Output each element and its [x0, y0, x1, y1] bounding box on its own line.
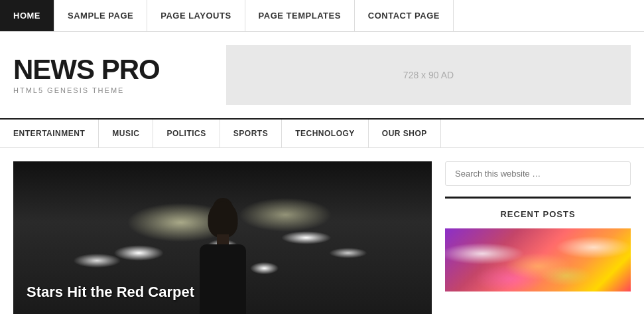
secondary-nav-item-entertainment[interactable]: ENTERTAINMENT	[0, 120, 99, 147]
main-content: Stars Hit the Red Carpet RECENT POSTS	[0, 148, 644, 327]
secondary-navigation: ENTERTAINMENTMUSICPOLITICSSPORTSTECHNOLO…	[0, 120, 644, 148]
secondary-nav-item-sports[interactable]: SPORTS	[220, 120, 282, 147]
top-nav-item-home[interactable]: HOME	[0, 0, 54, 31]
recent-post-thumbnail[interactable]	[445, 228, 631, 291]
site-branding: NEWS PRO HTML5 GENESIS THEME	[13, 56, 160, 94]
top-navigation: HOMESAMPLE PAGEPAGE LAYOUTSPAGE TEMPLATE…	[0, 0, 644, 32]
ad-banner: 728 x 90 AD	[226, 45, 631, 105]
sidebar-divider	[445, 197, 631, 199]
recent-posts-title: RECENT POSTS	[445, 209, 631, 219]
top-nav-item-sample-page[interactable]: SAMPLE PAGE	[54, 0, 147, 31]
featured-article[interactable]: Stars Hit the Red Carpet	[13, 161, 432, 314]
silhouette-head	[208, 201, 237, 238]
secondary-nav-item-our-shop[interactable]: OUR SHOP	[369, 120, 441, 147]
secondary-nav-item-politics[interactable]: POLITICS	[153, 120, 220, 147]
subject-silhouette	[183, 195, 263, 314]
crowd-lights-overlay	[445, 228, 631, 291]
top-nav-item-page-templates[interactable]: PAGE TEMPLATES	[245, 0, 355, 31]
secondary-nav-item-music[interactable]: MUSIC	[99, 120, 153, 147]
featured-article-title: Stars Hit the Red Carpet	[27, 284, 194, 301]
secondary-nav-item-technology[interactable]: TECHNOLOGY	[282, 120, 369, 147]
top-nav-item-page-layouts[interactable]: PAGE LAYOUTS	[147, 0, 245, 31]
silhouette-body	[200, 244, 246, 314]
site-header: NEWS PRO HTML5 GENESIS THEME 728 x 90 AD	[0, 32, 644, 120]
site-title: NEWS PRO	[13, 56, 160, 84]
sidebar: RECENT POSTS	[445, 161, 631, 314]
site-tagline: HTML5 GENESIS THEME	[13, 86, 160, 94]
top-nav-item-contact-page[interactable]: CONTACT PAGE	[355, 0, 454, 31]
search-input[interactable]	[445, 161, 631, 186]
